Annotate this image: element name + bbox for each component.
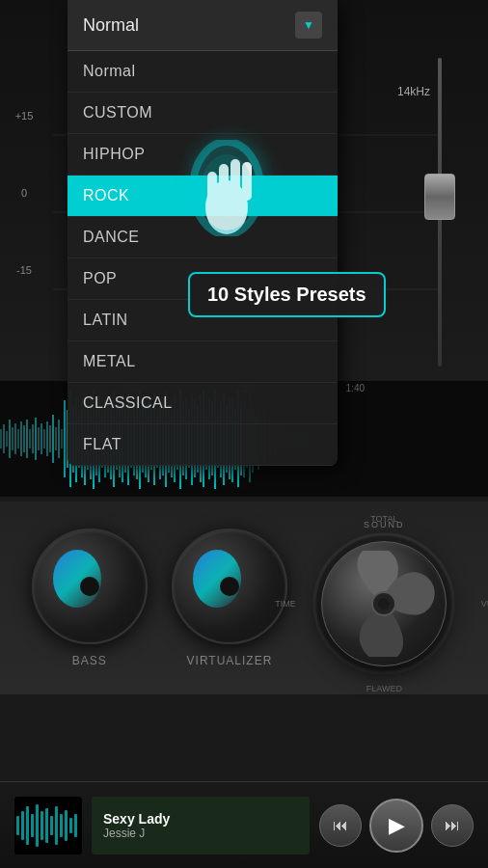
time-label-2: 1:40: [346, 383, 365, 393]
svg-rect-145: [50, 816, 53, 835]
bass-knob[interactable]: [32, 529, 148, 644]
svg-rect-27: [46, 421, 48, 456]
svg-rect-17: [17, 429, 19, 448]
total-label: TOTAL: [370, 514, 397, 524]
svg-rect-148: [65, 810, 68, 841]
svg-rect-14: [9, 420, 11, 458]
bass-label: BASS: [72, 654, 107, 667]
thumbnail-waveform: [14, 797, 82, 854]
svg-rect-28: [49, 425, 51, 452]
player-controls: ⏮ ▶ ⏭: [319, 799, 474, 853]
svg-rect-147: [60, 814, 63, 837]
db-labels: +15 0 -15: [0, 77, 48, 309]
prev-icon: ⏮: [333, 817, 348, 834]
db-zero: 0: [21, 154, 27, 231]
track-artist: Jessie J: [103, 827, 298, 840]
svg-rect-138: [16, 816, 19, 835]
flawed-label: FLAWED: [366, 684, 402, 693]
bass-knob-container: BASS: [32, 529, 148, 667]
preset-item-custom[interactable]: CUSTOM: [68, 93, 338, 134]
svg-rect-20: [26, 420, 28, 458]
svg-rect-132: [350, 438, 352, 440]
svg-rect-12: [3, 424, 5, 453]
virtualizer-knob-center: [220, 577, 239, 596]
track-title: Sexy Lady: [103, 811, 298, 827]
time-label: TIME: [275, 599, 296, 609]
preset-item-hiphop[interactable]: HIPHOP: [68, 134, 338, 176]
svg-rect-150: [74, 814, 77, 837]
vu-label: VU: [481, 599, 488, 609]
svg-rect-131: [347, 437, 349, 441]
preset-item-normal[interactable]: Normal: [68, 51, 338, 93]
styles-tooltip: 10 Styles Presets: [188, 272, 386, 317]
sound-arc-wrapper: TOTAL VU TIME FLAWED: [312, 531, 456, 676]
svg-rect-128: [339, 437, 340, 441]
svg-rect-142: [36, 804, 39, 847]
svg-rect-32: [61, 429, 63, 448]
track-thumbnail: [14, 797, 82, 854]
svg-rect-23: [35, 418, 37, 460]
next-icon: ⏭: [445, 817, 460, 834]
svg-rect-149: [69, 818, 72, 833]
svg-rect-143: [41, 811, 43, 840]
preset-item-rock[interactable]: ROCK: [68, 176, 338, 217]
db-plus15: +15: [15, 77, 34, 154]
svg-rect-16: [14, 423, 16, 454]
preset-item-flat[interactable]: FLAT: [68, 424, 338, 466]
svg-rect-15: [12, 427, 14, 450]
sound-knob[interactable]: [321, 541, 447, 666]
svg-rect-22: [32, 424, 34, 453]
svg-rect-33: [64, 400, 66, 477]
virtualizer-label: VIRTUALIZER: [187, 654, 273, 667]
svg-rect-140: [26, 806, 29, 845]
play-icon: ▶: [389, 813, 405, 838]
slider-track: [438, 58, 442, 366]
svg-rect-11: [0, 429, 2, 448]
svg-rect-26: [43, 429, 45, 448]
track-info: Sexy Lady Jessie J: [92, 797, 310, 854]
svg-point-136: [378, 598, 390, 610]
svg-rect-31: [58, 420, 60, 458]
player-bar: Sexy Lady Jessie J ⏮ ▶ ⏭: [0, 781, 488, 868]
virtualizer-knob-container: VIRTUALIZER: [172, 529, 287, 667]
next-button[interactable]: ⏭: [431, 804, 474, 847]
db-minus15: -15: [16, 231, 32, 309]
sound-knob-wrapper: SOUND TOTAL VU TIME FLAWED: [312, 520, 456, 676]
eq-slider[interactable]: [420, 58, 459, 366]
knobs-area: BASS VIRTUALIZER SOUND TOTAL VU TIME FLA…: [0, 502, 488, 694]
virtualizer-knob[interactable]: [172, 529, 287, 644]
svg-rect-24: [38, 427, 40, 450]
svg-rect-30: [55, 427, 57, 450]
svg-rect-29: [52, 415, 54, 463]
svg-rect-146: [55, 806, 58, 845]
sound-knob-blades: [331, 551, 437, 657]
dropdown-selected-label: Normal: [83, 15, 139, 36]
svg-rect-13: [6, 431, 8, 447]
svg-rect-144: [45, 808, 48, 843]
preset-dropdown[interactable]: Normal ▼ Normal CUSTOM HIPHOP ROCK DANCE…: [68, 0, 338, 466]
svg-rect-129: [341, 437, 343, 441]
preset-item-metal[interactable]: METAL: [68, 341, 338, 383]
svg-rect-25: [41, 423, 42, 454]
dropdown-arrow-icon[interactable]: ▼: [295, 12, 322, 39]
slider-thumb[interactable]: [424, 174, 455, 220]
preset-item-classical[interactable]: CLASSICAL: [68, 383, 338, 424]
bass-knob-center: [80, 577, 99, 596]
dropdown-header[interactable]: Normal ▼: [68, 0, 338, 51]
svg-rect-130: [344, 438, 346, 440]
svg-rect-18: [20, 421, 22, 456]
preset-item-dance[interactable]: DANCE: [68, 217, 338, 258]
svg-rect-141: [31, 814, 34, 837]
svg-rect-19: [23, 425, 25, 452]
play-button[interactable]: ▶: [369, 799, 423, 853]
svg-rect-21: [29, 429, 31, 448]
svg-rect-139: [21, 811, 24, 840]
prev-button[interactable]: ⏮: [319, 804, 362, 847]
